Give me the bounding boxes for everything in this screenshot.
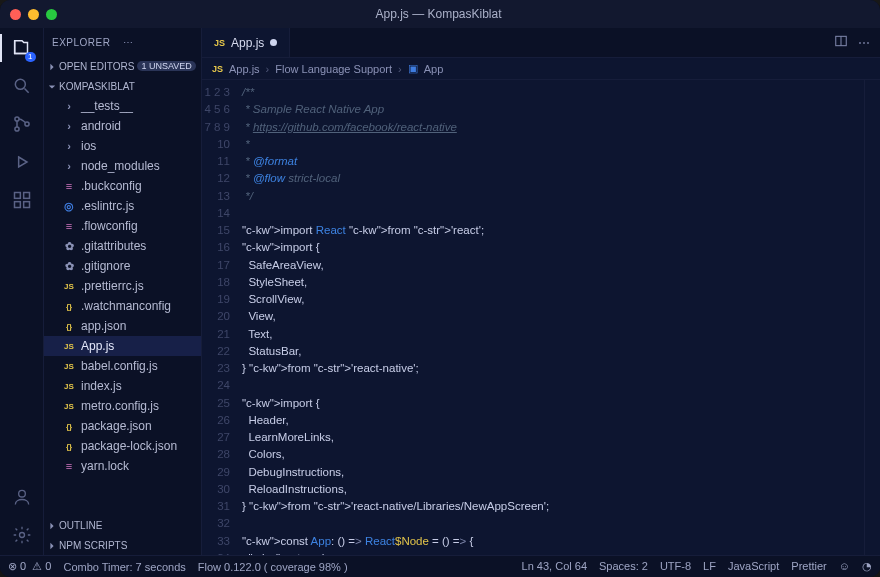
file-icon: {} xyxy=(62,422,76,431)
file-index-js[interactable]: JSindex.js xyxy=(44,376,201,396)
tab-label: App.js xyxy=(231,36,264,50)
more-actions-icon[interactable]: ⋯ xyxy=(858,36,870,50)
file-icon: JS xyxy=(62,342,76,351)
editor[interactable]: 1 2 3 4 5 6 7 8 9 10 11 12 13 14 15 16 1… xyxy=(202,80,880,555)
minimize-window[interactable] xyxy=(28,9,39,20)
file-icon: {} xyxy=(62,302,76,311)
file-icon: {} xyxy=(62,322,76,331)
file-icon: ≡ xyxy=(62,180,76,192)
file-android[interactable]: ›android xyxy=(44,116,201,136)
status-spaces[interactable]: Spaces: 2 xyxy=(599,560,648,573)
file-icon: {} xyxy=(62,442,76,451)
file-icon: ✿ xyxy=(62,260,76,273)
search-icon[interactable] xyxy=(10,74,34,98)
file--watchmanconfig[interactable]: {}.watchmanconfig xyxy=(44,296,201,316)
source-control-icon[interactable] xyxy=(10,112,34,136)
file-icon: JS xyxy=(62,382,76,391)
svg-marker-5 xyxy=(18,157,26,167)
file--buckconfig[interactable]: ≡.buckconfig xyxy=(44,176,201,196)
folder-icon: › xyxy=(62,160,76,172)
file---tests--[interactable]: ›__tests__ xyxy=(44,96,201,116)
file-ios[interactable]: ›ios xyxy=(44,136,201,156)
status-language[interactable]: JavaScript xyxy=(728,560,779,573)
code-area[interactable]: /** * Sample React Native App * https://… xyxy=(238,80,864,555)
folder-icon: › xyxy=(62,120,76,132)
svg-rect-8 xyxy=(14,202,20,208)
status-cursor-pos[interactable]: Ln 43, Col 64 xyxy=(522,560,587,573)
file-tree: ›__tests__›android›ios›node_modules≡.buc… xyxy=(44,96,201,515)
feedback-icon[interactable]: ☺ xyxy=(839,560,850,573)
npm-scripts-section[interactable]: NPM SCRIPTS xyxy=(44,535,201,555)
file--gitattributes[interactable]: ✿.gitattributes xyxy=(44,236,201,256)
dirty-indicator-icon xyxy=(270,39,277,46)
workspace-section[interactable]: KOMPASKIBLAT xyxy=(44,76,201,96)
status-encoding[interactable]: UTF-8 xyxy=(660,560,691,573)
file-node-modules[interactable]: ›node_modules xyxy=(44,156,201,176)
file-yarn-lock[interactable]: ≡yarn.lock xyxy=(44,456,201,476)
file-package-lock-json[interactable]: {}package-lock.json xyxy=(44,436,201,456)
file-icon: ≡ xyxy=(62,460,76,472)
breadcrumb[interactable]: JS App.js › Flow Language Support › ▣ Ap… xyxy=(202,58,880,80)
js-file-icon: JS xyxy=(212,64,223,74)
file-icon: JS xyxy=(62,402,76,411)
split-editor-icon[interactable] xyxy=(834,34,848,51)
file-icon: JS xyxy=(62,282,76,291)
file-app-json[interactable]: {}app.json xyxy=(44,316,201,336)
svg-rect-7 xyxy=(23,193,29,199)
svg-point-11 xyxy=(19,533,24,538)
chevron-down-icon xyxy=(48,82,56,90)
window-title: App.js — KompasKiblat xyxy=(57,7,820,21)
file-package-json[interactable]: {}package.json xyxy=(44,416,201,436)
svg-rect-9 xyxy=(23,202,29,208)
minimap[interactable] xyxy=(864,80,880,555)
file--flowconfig[interactable]: ≡.flowconfig xyxy=(44,216,201,236)
folder-icon: › xyxy=(62,100,76,112)
file-icon: ✿ xyxy=(62,240,76,253)
more-icon[interactable]: ⋯ xyxy=(123,37,194,48)
notifications-icon[interactable]: ◔ xyxy=(862,560,872,573)
file--eslintrc-js[interactable]: ◎.eslintrc.js xyxy=(44,196,201,216)
status-timer[interactable]: Combo Timer: 7 seconds xyxy=(63,561,185,573)
line-numbers: 1 2 3 4 5 6 7 8 9 10 11 12 13 14 15 16 1… xyxy=(202,80,238,555)
file--prettierrc-js[interactable]: JS.prettierrc.js xyxy=(44,276,201,296)
explorer-icon[interactable]: 1 xyxy=(10,36,34,60)
extensions-icon[interactable] xyxy=(10,188,34,212)
close-window[interactable] xyxy=(10,9,21,20)
file-App-js[interactable]: JSApp.js xyxy=(44,336,201,356)
maximize-window[interactable] xyxy=(46,9,57,20)
status-eol[interactable]: LF xyxy=(703,560,716,573)
vscode-window: App.js — KompasKiblat 1 EXPLORER ⋯ OPE xyxy=(0,0,880,577)
sidebar-header: EXPLORER ⋯ xyxy=(44,28,201,56)
file-metro-config-js[interactable]: JSmetro.config.js xyxy=(44,396,201,416)
account-icon[interactable] xyxy=(10,485,34,509)
file-icon: ≡ xyxy=(62,220,76,232)
folder-icon: › xyxy=(62,140,76,152)
status-flow[interactable]: Flow 0.122.0 ( coverage 98% ) xyxy=(198,561,348,573)
status-bar: ⊗ 0 ⚠ 0 Combo Timer: 7 seconds Flow 0.12… xyxy=(0,555,880,577)
activity-badge: 1 xyxy=(25,52,35,62)
svg-rect-6 xyxy=(14,193,20,199)
status-prettier[interactable]: Prettier xyxy=(791,560,826,573)
status-errors[interactable]: ⊗ 0 ⚠ 0 xyxy=(8,560,51,573)
file-icon: ◎ xyxy=(62,200,76,213)
window-controls xyxy=(10,9,57,20)
tab-app-js[interactable]: JS App.js xyxy=(202,28,290,57)
tab-bar: JS App.js ⋯ xyxy=(202,28,880,58)
svg-point-2 xyxy=(14,117,18,121)
settings-icon[interactable] xyxy=(10,523,34,547)
sidebar: EXPLORER ⋯ OPEN EDITORS 1 UNSAVED KOMPAS… xyxy=(44,28,202,555)
open-editors-section[interactable]: OPEN EDITORS 1 UNSAVED xyxy=(44,56,201,76)
file--gitignore[interactable]: ✿.gitignore xyxy=(44,256,201,276)
svg-point-10 xyxy=(18,490,25,497)
svg-line-1 xyxy=(24,89,28,93)
debug-icon[interactable] xyxy=(10,150,34,174)
file-babel-config-js[interactable]: JSbabel.config.js xyxy=(44,356,201,376)
chevron-right-icon xyxy=(48,62,56,70)
chevron-right-icon xyxy=(48,541,56,549)
outline-section[interactable]: OUTLINE xyxy=(44,515,201,535)
activity-bar: 1 xyxy=(0,28,44,555)
file-icon: JS xyxy=(62,362,76,371)
svg-point-0 xyxy=(15,79,25,89)
svg-point-4 xyxy=(24,122,28,126)
chevron-right-icon xyxy=(48,521,56,529)
